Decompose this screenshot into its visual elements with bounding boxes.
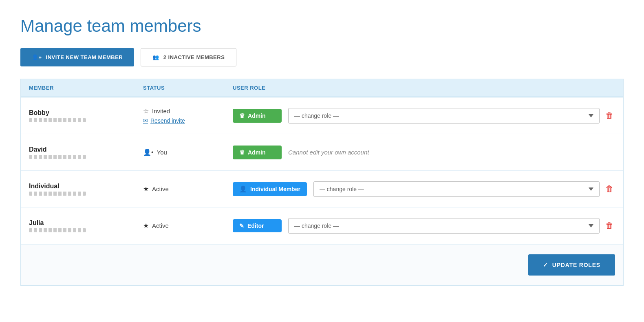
status-invited: ☆ Invited [143, 107, 233, 115]
member-info-david: David [29, 146, 143, 159]
change-role-wrap-individual: — change role — Admin Editor Individual … [313, 181, 615, 197]
status-you: 👤• You [143, 148, 233, 156]
pencil-icon: ✎ [239, 223, 244, 229]
invite-new-member-button[interactable]: 👤+ INVITE NEW TEAM MEMBER [20, 48, 134, 66]
person-badge-icon: 👤 [239, 185, 247, 193]
status-col-julia: ★ Active [143, 222, 233, 229]
update-roles-label: UPDATE ROLES [552, 262, 600, 268]
role-badge-label-bobby: Admin [248, 112, 266, 119]
update-roles-button[interactable]: ✓ UPDATE ROLES [528, 254, 615, 276]
role-col-individual: 👤 Individual Member — change role — Admi… [233, 181, 615, 197]
page-title: Manage team members [20, 16, 624, 36]
delete-button-julia[interactable]: 🗑 [604, 219, 615, 232]
status-text-individual: Active [152, 185, 169, 192]
status-col-david: 👤• You [143, 148, 233, 156]
member-info-julia: Julia [29, 219, 143, 232]
person-icon: 👤• [143, 148, 154, 156]
role-col-david: ♛ Admin Cannot edit your own account [233, 146, 615, 159]
role-badge-david: ♛ Admin [233, 146, 282, 159]
change-role-wrap-julia: — change role — Admin Editor Individual … [288, 218, 615, 234]
header-status: STATUS [143, 85, 233, 91]
change-role-select-bobby[interactable]: — change role — Admin Editor Individual … [288, 108, 600, 124]
role-col-julia: ✎ Editor — change role — Admin Editor In… [233, 218, 615, 234]
member-email-julia [29, 228, 86, 232]
member-email-individual [29, 192, 86, 196]
role-col-bobby: ♛ Admin — change role — Admin Editor Ind… [233, 108, 615, 124]
trash-icon-julia: 🗑 [605, 221, 613, 230]
member-email-bobby [29, 118, 86, 122]
invite-icon: 👤+ [32, 54, 42, 60]
actions-bar: 👤+ INVITE NEW TEAM MEMBER 👥 2 INACTIVE M… [20, 48, 624, 66]
star-filled-icon-julia: ★ [143, 222, 149, 229]
role-badge-label-julia: Editor [247, 223, 264, 229]
change-role-select-individual[interactable]: — change role — Admin Editor Individual … [313, 181, 600, 197]
cannot-edit-message: Cannot edit your own account [288, 149, 369, 156]
member-email-david [29, 155, 86, 159]
member-info-individual: Individual [29, 183, 143, 196]
status-col-bobby: ☆ Invited ✉ Resend invite [143, 107, 233, 124]
crown-icon: ♛ [239, 112, 245, 119]
member-name-julia: Julia [29, 219, 143, 227]
table-footer: ✓ UPDATE ROLES [21, 244, 623, 285]
resend-invite-button[interactable]: ✉ Resend invite [143, 117, 233, 124]
checkmark-icon: ✓ [543, 262, 548, 268]
role-badge-label-individual: Individual Member [250, 186, 300, 192]
trash-icon: 🗑 [605, 184, 613, 194]
table-row: Bobby ☆ Invited ✉ Resend invite ♛ Admin … [21, 97, 623, 134]
change-role-wrap-bobby: — change role — Admin Editor Individual … [288, 108, 615, 124]
member-info-bobby: Bobby [29, 109, 143, 122]
inactive-icon: 👥 [152, 54, 159, 60]
table-row: Julia ★ Active ✎ Editor — change role — … [21, 207, 623, 244]
member-name-david: David [29, 146, 143, 153]
header-member: MEMBER [29, 85, 143, 91]
member-name-bobby: Bobby [29, 109, 143, 117]
role-badge-julia: ✎ Editor [233, 219, 282, 232]
status-active-julia: ★ Active [143, 222, 233, 229]
members-table: MEMBER STATUS USER ROLE Bobby ☆ Invited … [20, 79, 624, 286]
member-name-individual: Individual [29, 183, 143, 190]
role-badge-bobby: ♛ Admin [233, 109, 282, 123]
status-text-julia: Active [152, 222, 169, 229]
header-user-role: USER ROLE [233, 85, 615, 91]
status-text-david: You [157, 149, 167, 156]
role-badge-label-david: Admin [248, 149, 266, 156]
status-active-individual: ★ Active [143, 185, 233, 193]
role-badge-individual: 👤 Individual Member [233, 182, 307, 196]
change-role-select-julia[interactable]: — change role — Admin Editor Individual … [288, 218, 600, 234]
resend-label: Resend invite [150, 117, 185, 124]
table-header: MEMBER STATUS USER ROLE [21, 79, 623, 97]
status-text-bobby: Invited [152, 108, 170, 115]
star-outline-icon: ☆ [143, 107, 149, 115]
inactive-members-button[interactable]: 👥 2 INACTIVE MEMBERS [141, 48, 236, 66]
table-row: Individual ★ Active 👤 Individual Member … [21, 171, 623, 207]
delete-button-individual[interactable]: 🗑 [604, 183, 615, 195]
envelope-icon: ✉ [143, 117, 148, 124]
delete-button-bobby[interactable]: 🗑 [604, 109, 615, 122]
crown-icon-david: ♛ [239, 149, 245, 156]
star-filled-icon: ★ [143, 185, 149, 193]
trash-icon: 🗑 [605, 111, 613, 120]
table-row: David 👤• You ♛ Admin Cannot edit your ow… [21, 134, 623, 171]
status-col-individual: ★ Active [143, 185, 233, 193]
